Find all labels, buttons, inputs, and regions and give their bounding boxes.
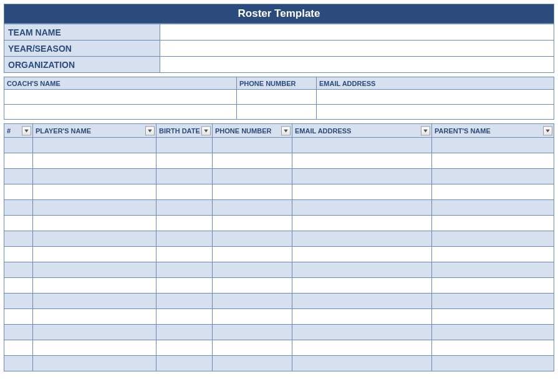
player-cell-name[interactable] xyxy=(33,169,156,184)
player-cell-email[interactable] xyxy=(292,184,432,200)
player-cell-phone[interactable] xyxy=(213,294,292,309)
player-cell-name[interactable] xyxy=(33,325,156,340)
player-cell-name[interactable] xyxy=(33,153,156,169)
player-cell-email[interactable] xyxy=(292,153,432,169)
player-cell-num[interactable] xyxy=(4,340,33,356)
player-cell-num[interactable] xyxy=(4,216,33,231)
coach-cell-email[interactable] xyxy=(317,90,554,105)
player-cell-phone[interactable] xyxy=(213,216,292,231)
player-cell-email[interactable] xyxy=(292,216,432,231)
coach-cell-phone[interactable] xyxy=(237,90,317,105)
player-cell-parent[interactable] xyxy=(432,247,554,262)
player-cell-phone[interactable] xyxy=(213,262,292,278)
player-cell-birth[interactable] xyxy=(156,278,213,294)
player-cell-phone[interactable] xyxy=(213,200,292,216)
filter-button[interactable] xyxy=(281,126,291,135)
player-cell-num[interactable] xyxy=(4,184,33,200)
player-cell-birth[interactable] xyxy=(156,262,213,278)
player-cell-birth[interactable] xyxy=(156,325,213,340)
player-cell-parent[interactable] xyxy=(432,231,554,247)
player-cell-birth[interactable] xyxy=(156,169,213,184)
player-cell-parent[interactable] xyxy=(432,138,554,153)
player-birth-header[interactable]: BIRTH DATE xyxy=(156,124,213,138)
player-cell-phone[interactable] xyxy=(213,247,292,262)
player-cell-birth[interactable] xyxy=(156,294,213,309)
player-cell-name[interactable] xyxy=(33,356,156,371)
player-cell-num[interactable] xyxy=(4,231,33,247)
player-cell-num[interactable] xyxy=(4,325,33,340)
player-cell-birth[interactable] xyxy=(156,138,213,153)
player-cell-email[interactable] xyxy=(292,200,432,216)
player-cell-phone[interactable] xyxy=(213,325,292,340)
player-cell-num[interactable] xyxy=(4,356,33,371)
player-cell-num[interactable] xyxy=(4,309,33,325)
player-cell-parent[interactable] xyxy=(432,309,554,325)
player-cell-email[interactable] xyxy=(292,325,432,340)
filter-button[interactable] xyxy=(201,126,211,135)
player-cell-birth[interactable] xyxy=(156,309,213,325)
player-cell-num[interactable] xyxy=(4,200,33,216)
player-cell-phone[interactable] xyxy=(213,169,292,184)
player-cell-name[interactable] xyxy=(33,278,156,294)
player-cell-num[interactable] xyxy=(4,278,33,294)
player-cell-birth[interactable] xyxy=(156,247,213,262)
player-cell-num[interactable] xyxy=(4,262,33,278)
player-cell-name[interactable] xyxy=(33,200,156,216)
player-cell-parent[interactable] xyxy=(432,294,554,309)
organization-value[interactable] xyxy=(160,57,554,73)
player-name-header[interactable]: PLAYER'S NAME xyxy=(33,124,156,138)
coach-cell-name[interactable] xyxy=(4,105,237,120)
player-cell-email[interactable] xyxy=(292,169,432,184)
player-cell-parent[interactable] xyxy=(432,325,554,340)
player-cell-num[interactable] xyxy=(4,138,33,153)
player-cell-name[interactable] xyxy=(33,294,156,309)
player-cell-email[interactable] xyxy=(292,247,432,262)
player-cell-birth[interactable] xyxy=(156,216,213,231)
player-cell-birth[interactable] xyxy=(156,356,213,371)
player-cell-num[interactable] xyxy=(4,247,33,262)
player-cell-email[interactable] xyxy=(292,356,432,371)
player-cell-email[interactable] xyxy=(292,231,432,247)
player-email-header[interactable]: EMAIL ADDRESS xyxy=(292,124,432,138)
player-cell-num[interactable] xyxy=(4,153,33,169)
player-cell-birth[interactable] xyxy=(156,340,213,356)
year-season-value[interactable] xyxy=(160,41,554,57)
player-cell-parent[interactable] xyxy=(432,153,554,169)
player-cell-phone[interactable] xyxy=(213,184,292,200)
player-cell-name[interactable] xyxy=(33,262,156,278)
player-cell-birth[interactable] xyxy=(156,231,213,247)
coach-cell-email[interactable] xyxy=(317,105,554,120)
player-cell-phone[interactable] xyxy=(213,138,292,153)
team-name-value[interactable] xyxy=(160,24,554,41)
coach-cell-name[interactable] xyxy=(4,90,237,105)
filter-button[interactable] xyxy=(22,126,31,135)
player-cell-phone[interactable] xyxy=(213,278,292,294)
player-cell-phone[interactable] xyxy=(213,153,292,169)
player-cell-birth[interactable] xyxy=(156,153,213,169)
player-parent-header[interactable]: PARENT'S NAME xyxy=(432,124,554,138)
player-phone-header[interactable]: PHONE NUMBER xyxy=(213,124,292,138)
player-cell-email[interactable] xyxy=(292,138,432,153)
player-cell-name[interactable] xyxy=(33,309,156,325)
player-num-header[interactable]: # xyxy=(4,124,33,138)
player-cell-parent[interactable] xyxy=(432,216,554,231)
player-cell-email[interactable] xyxy=(292,294,432,309)
filter-button[interactable] xyxy=(543,126,552,135)
filter-button[interactable] xyxy=(421,126,430,135)
player-cell-email[interactable] xyxy=(292,262,432,278)
player-cell-name[interactable] xyxy=(33,138,156,153)
player-cell-phone[interactable] xyxy=(213,356,292,371)
player-cell-parent[interactable] xyxy=(432,184,554,200)
player-cell-parent[interactable] xyxy=(432,200,554,216)
player-cell-parent[interactable] xyxy=(432,356,554,371)
player-cell-birth[interactable] xyxy=(156,184,213,200)
player-cell-phone[interactable] xyxy=(213,340,292,356)
player-cell-num[interactable] xyxy=(4,169,33,184)
player-cell-parent[interactable] xyxy=(432,278,554,294)
player-cell-name[interactable] xyxy=(33,340,156,356)
player-cell-parent[interactable] xyxy=(432,262,554,278)
player-cell-name[interactable] xyxy=(33,216,156,231)
player-cell-birth[interactable] xyxy=(156,200,213,216)
player-cell-parent[interactable] xyxy=(432,169,554,184)
player-cell-phone[interactable] xyxy=(213,309,292,325)
